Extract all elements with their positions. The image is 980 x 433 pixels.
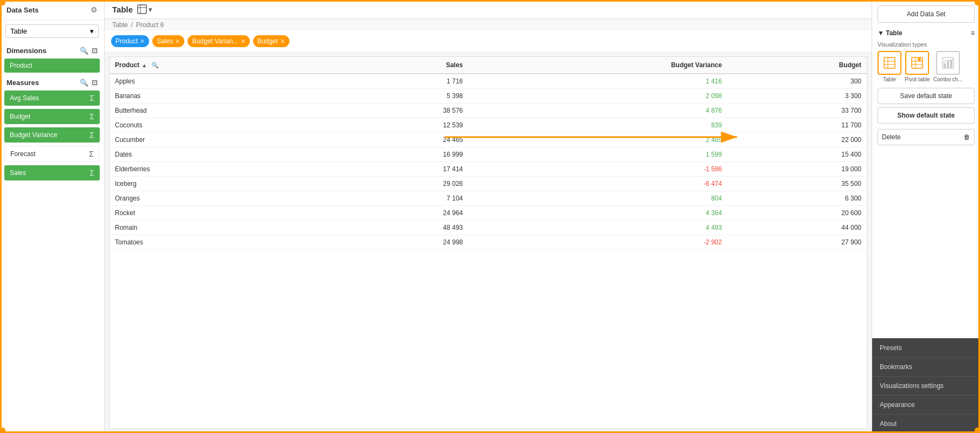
chip-sales[interactable]: Sales ✕ [152, 35, 184, 47]
menu-bookmarks[interactable]: Bookmarks [872, 357, 980, 376]
combo-vis-icon [936, 51, 960, 75]
search-icon[interactable]: 🔍 [151, 62, 159, 69]
close-icon[interactable]: ✕ [140, 38, 145, 45]
main-area: Table ▾ Table / Product 6 Product ✕ Sale… [105, 0, 872, 433]
cell-product: Elderberries [109, 162, 339, 177]
measures-section-header: Measures 🔍 ⊡ [0, 74, 104, 89]
gear-icon[interactable]: ⚙ [91, 5, 98, 14]
table-row: Apples 1 716 1 416 300 [109, 74, 867, 89]
table-vis-icon [878, 51, 901, 75]
chip-label: Budget Varian... [192, 37, 238, 45]
measure-budget-variance[interactable]: Budget Variance Σ [4, 127, 100, 143]
measure-sales[interactable]: Sales Σ [4, 165, 100, 180]
show-default-button[interactable]: Show default state [878, 107, 975, 124]
right-panel-top: Add Data Set ▼ Table ≡ Visualization typ… [872, 0, 980, 338]
measure-label: Sales [10, 169, 26, 177]
cell-product: Oranges [109, 191, 339, 206]
close-icon[interactable]: ✕ [280, 38, 285, 45]
table-body: Apples 1 716 1 416 300 Bananas 5 398 2 0… [109, 74, 867, 250]
sigma-icon: Σ [89, 94, 94, 102]
cell-budget-variance: 1 599 [468, 147, 727, 162]
cell-sales: 24 964 [339, 206, 468, 221]
menu-icon[interactable]: ≡ [971, 29, 975, 37]
vis-type-pivot[interactable]: + Pivot table [905, 51, 930, 82]
measure-label: Forecast [10, 150, 36, 158]
table-header-row: Product ▲ 🔍 Sales Budget Variance Budget [109, 57, 867, 74]
cell-budget: 35 500 [727, 177, 867, 191]
save-default-button[interactable]: Save default state [878, 88, 975, 104]
chip-budget[interactable]: Budget ✕ [253, 35, 289, 47]
menu-presets[interactable]: Presets [872, 338, 980, 357]
delete-button[interactable]: Delete 🗑 [878, 129, 975, 145]
vis-type-table[interactable]: Table [878, 51, 901, 82]
cell-budget-variance: 2 465 [468, 133, 727, 147]
cell-budget: 6 300 [727, 191, 867, 206]
delete-label: Delete [882, 133, 901, 141]
close-icon[interactable]: ✕ [175, 38, 180, 45]
dimensions-title: Dimensions [7, 47, 47, 55]
cell-product: Iceberg [109, 177, 339, 191]
dimensions-section-header: Dimensions 🔍 ⊡ [0, 42, 104, 57]
cell-sales: 29 026 [339, 177, 468, 191]
svg-text:+: + [918, 58, 920, 61]
cell-sales: 12 539 [339, 118, 468, 133]
breadcrumb-product6: Product 6 [136, 21, 164, 29]
datasets-dropdown-value: Table [10, 27, 27, 35]
svg-rect-17 [947, 61, 949, 68]
search-icon[interactable]: 🔍 [80, 47, 88, 55]
dimension-product[interactable]: Product [4, 59, 100, 73]
table-row: Elderberries 17 414 -1 586 19 000 [109, 162, 867, 177]
cell-sales: 48 493 [339, 221, 468, 235]
chip-budget-variance[interactable]: Budget Varian... ✕ [188, 35, 249, 47]
cell-sales: 1 716 [339, 74, 468, 89]
cell-product: Tomatoes [109, 235, 339, 250]
col-sales[interactable]: Sales [339, 57, 468, 74]
table-row: Bananas 5 398 2 098 3 300 [109, 89, 867, 104]
pivot-vis-icon: + [905, 51, 929, 75]
vis-type-label: Pivot table [905, 76, 930, 82]
cell-sales: 5 398 [339, 89, 468, 104]
col-product[interactable]: Product ▲ 🔍 [109, 57, 339, 74]
chip-product[interactable]: Product ✕ [111, 35, 149, 47]
cell-budget: 44 000 [727, 221, 867, 235]
dimensions-icons: 🔍 ⊡ [80, 47, 98, 55]
cell-budget-variance: 804 [468, 191, 727, 206]
menu-vis-settings[interactable]: Visualizations settings [872, 376, 980, 395]
table-row: Rocket 24 964 4 364 20 600 [109, 206, 867, 221]
table-icon-button[interactable]: ▾ [137, 4, 152, 14]
col-budget[interactable]: Budget [727, 57, 867, 74]
cell-budget: 3 300 [727, 89, 867, 104]
cell-budget-variance: -1 586 [468, 162, 727, 177]
measure-forecast[interactable]: Forecast Σ [4, 146, 100, 162]
data-table: Product ▲ 🔍 Sales Budget Variance Budget… [109, 57, 867, 250]
cell-budget-variance: 839 [468, 118, 727, 133]
table-row: Cucumber 24 465 2 465 22 000 [109, 133, 867, 147]
dropdown-arrow: ▾ [149, 5, 152, 14]
vis-type-combo[interactable]: Combo ch... [933, 51, 963, 82]
add-dataset-button[interactable]: Add Data Set [878, 5, 975, 23]
cell-budget-variance: -6 474 [468, 177, 727, 191]
menu-about[interactable]: About [872, 414, 980, 433]
data-table-container: Product ▲ 🔍 Sales Budget Variance Budget… [109, 56, 867, 429]
datasets-dropdown[interactable]: Table ▾ [5, 24, 99, 38]
sigma-icon: Σ [89, 112, 94, 121]
cell-budget-variance: -2 902 [468, 235, 727, 250]
cell-budget: 11 700 [727, 118, 867, 133]
chip-label: Sales [157, 37, 173, 45]
search-icon[interactable]: 🔍 [80, 79, 88, 87]
col-budget-variance[interactable]: Budget Variance [468, 57, 727, 74]
left-panel: Data Sets ⚙ Table ▾ Dimensions 🔍 ⊡ Produ… [0, 0, 105, 433]
menu-appearance[interactable]: Appearance [872, 395, 980, 414]
cell-budget-variance: 4 493 [468, 221, 727, 235]
measure-label: Avg Sales [10, 94, 39, 102]
close-icon[interactable]: ✕ [241, 38, 246, 45]
select-icon[interactable]: ⊡ [92, 47, 98, 55]
cell-sales: 17 414 [339, 162, 468, 177]
cell-sales: 7 104 [339, 191, 468, 206]
right-bottom-menu: Presets Bookmarks Visualizations setting… [872, 338, 980, 433]
cell-budget: 19 000 [727, 162, 867, 177]
measure-avg-sales[interactable]: Avg Sales Σ [4, 91, 100, 106]
sigma-icon: Σ [89, 169, 94, 177]
measure-budget[interactable]: Budget Σ [4, 109, 100, 124]
select-icon[interactable]: ⊡ [92, 79, 98, 87]
